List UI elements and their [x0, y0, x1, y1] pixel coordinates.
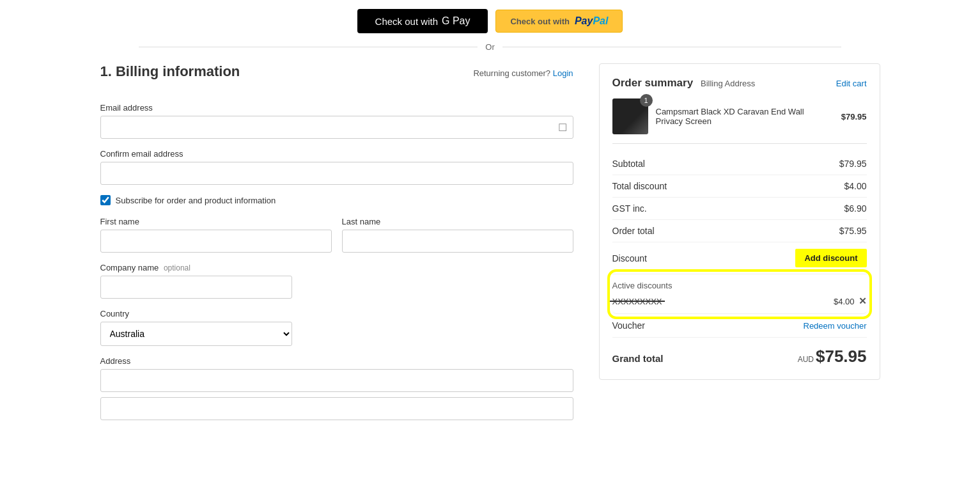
discount-code-wrapper: XXXXXXXXX	[612, 296, 662, 306]
remove-discount-button[interactable]: ✕	[859, 295, 867, 307]
country-select[interactable]: Australia New Zealand United States Unit…	[100, 322, 292, 346]
product-info: Campsmart Black XD Caravan End Wall Priv…	[656, 107, 834, 126]
grand-total-label: Grand total	[612, 353, 664, 364]
main-layout: 1. Billing information Returning custome…	[49, 63, 931, 430]
product-price: $79.95	[841, 112, 867, 122]
billing-title: 1. Billing information	[100, 63, 240, 80]
gpay-brand: G Pay	[442, 15, 470, 27]
confirm-email-input[interactable]	[100, 162, 573, 185]
company-name-label: Company name optional	[100, 263, 573, 272]
paypal-brand: PayPal	[575, 15, 608, 27]
login-link[interactable]: Login	[553, 68, 573, 78]
voucher-label: Voucher	[612, 320, 645, 331]
discount-item-row: XXXXXXXXX $4.00 ✕	[612, 295, 867, 307]
strikethrough-line	[610, 301, 665, 302]
returning-customer-row: Returning customer? Login	[473, 68, 573, 78]
email-input[interactable]	[100, 116, 573, 139]
redeem-voucher-link[interactable]: Redeem voucher	[804, 321, 867, 331]
or-text: Or	[485, 42, 494, 52]
total-discount-row: Total discount $4.00	[612, 175, 867, 198]
address-label: Address	[100, 356, 573, 366]
first-name-label: First name	[100, 217, 332, 226]
last-name-label: Last name	[342, 217, 573, 226]
discount-row: Discount Add discount	[612, 242, 867, 274]
country-group: Country Australia New Zealand United Sta…	[100, 309, 573, 346]
paypal-button[interactable]: Check out with PayPal	[495, 10, 623, 33]
last-name-input[interactable]	[342, 230, 573, 253]
product-quantity-badge: 1	[640, 94, 653, 107]
subtotal-value: $79.95	[839, 159, 867, 169]
order-summary: Order summary Billing Address Edit cart …	[599, 63, 880, 380]
order-total-value: $75.95	[839, 226, 867, 236]
email-group: Email address ☐	[100, 103, 573, 139]
gst-row: GST inc. $6.90	[612, 198, 867, 220]
name-row: First name Last name	[100, 217, 573, 263]
address-group: Address	[100, 356, 573, 420]
discount-amount: $4.00	[834, 297, 855, 306]
edit-cart-link[interactable]: Edit cart	[836, 79, 867, 88]
total-discount-value: $4.00	[844, 181, 866, 191]
order-total-row: Order total $75.95	[612, 220, 867, 242]
billing-section: 1. Billing information Returning custome…	[100, 63, 573, 430]
subscribe-label: Subscribe for order and product informat…	[116, 196, 276, 205]
add-discount-button[interactable]: Add discount	[795, 249, 866, 267]
voucher-row: Voucher Redeem voucher	[612, 314, 867, 338]
grand-total-row: Grand total AUD$75.95	[612, 338, 867, 366]
discount-label: Discount	[612, 253, 647, 263]
address-input-1[interactable]	[100, 369, 573, 392]
order-summary-title: Order summary	[612, 77, 694, 89]
address-input-2[interactable]	[100, 397, 573, 420]
or-divider: Or	[0, 42, 980, 52]
product-image-wrapper: 1	[612, 98, 648, 134]
confirm-email-label: Confirm email address	[100, 149, 573, 159]
gpay-label: Check out with	[375, 16, 438, 27]
divider-line-right	[502, 47, 841, 47]
subtotal-row: Subtotal $79.95	[612, 153, 867, 175]
last-name-group: Last name	[342, 217, 573, 253]
email-icon: ☐	[558, 122, 567, 134]
company-name-group: Company name optional	[100, 263, 573, 299]
active-discounts-section: Active discounts XXXXXXXXX $4.00 ✕	[612, 274, 867, 314]
product-row: 1 Campsmart Black XD Caravan End Wall Pr…	[612, 98, 867, 144]
order-summary-title-area: Order summary Billing Address	[612, 77, 756, 90]
company-name-input[interactable]	[100, 276, 292, 299]
returning-customer-text: Returning customer?	[473, 68, 550, 78]
grand-total-currency: AUD	[798, 355, 814, 364]
grand-total-amount: $75.95	[816, 347, 867, 366]
grand-total-value: AUD$75.95	[798, 347, 867, 366]
order-total-label: Order total	[612, 226, 655, 236]
optional-label: optional	[164, 263, 191, 272]
divider-line-left	[139, 47, 478, 47]
paypal-label: Check out with	[510, 17, 569, 26]
subscribe-checkbox-row: Subscribe for order and product informat…	[100, 195, 573, 205]
gst-value: $6.90	[844, 203, 866, 214]
first-name-group: First name	[100, 217, 332, 253]
top-checkout-bar: Check out with G Pay Check out with PayP…	[0, 0, 980, 40]
discount-amount-remove: $4.00 ✕	[834, 295, 867, 307]
billing-address-label: Billing Address	[701, 79, 755, 88]
total-discount-label: Total discount	[612, 181, 667, 191]
email-label: Email address	[100, 103, 573, 113]
first-name-input[interactable]	[100, 230, 332, 253]
gst-label: GST inc.	[612, 203, 647, 214]
email-input-wrapper: ☐	[100, 116, 573, 139]
subtotal-label: Subtotal	[612, 159, 645, 169]
active-discounts-label: Active discounts	[612, 281, 867, 290]
billing-header-row: 1. Billing information Returning custome…	[100, 63, 573, 91]
product-name: Campsmart Black XD Caravan End Wall Priv…	[656, 107, 834, 126]
gpay-button[interactable]: Check out with G Pay	[357, 9, 488, 33]
confirm-email-group: Confirm email address	[100, 149, 573, 185]
country-label: Country	[100, 309, 573, 318]
order-summary-header: Order summary Billing Address Edit cart	[612, 77, 867, 90]
subscribe-checkbox[interactable]	[100, 195, 111, 205]
